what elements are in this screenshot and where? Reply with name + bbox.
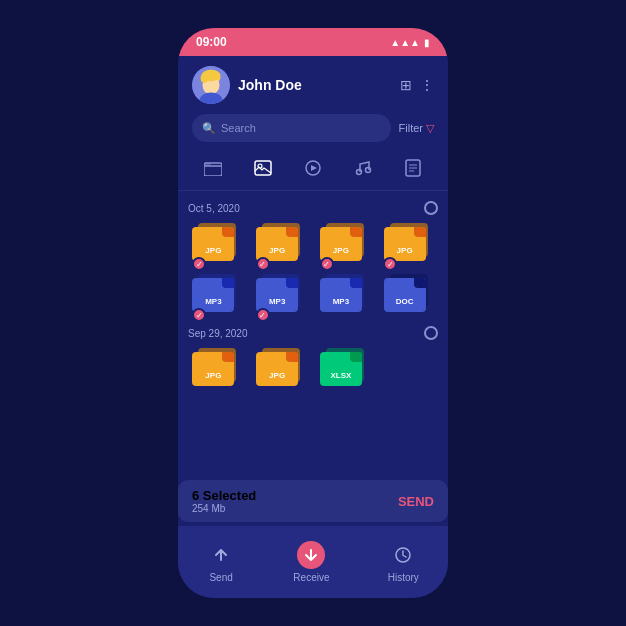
file-mp3-1[interactable]: MP3 ✓ bbox=[188, 272, 247, 318]
file-type-tabs bbox=[178, 150, 448, 191]
file-mp3-2[interactable]: MP3 ✓ bbox=[252, 272, 311, 318]
selection-bar: 6 Selected 254 Mb SEND bbox=[178, 480, 448, 522]
file-jpg-2[interactable]: JPG ✓ bbox=[252, 221, 311, 267]
status-time: 09:00 bbox=[196, 35, 227, 49]
search-row: 🔍 Search Filter ▽ bbox=[178, 110, 448, 150]
check-3: ✓ bbox=[320, 257, 334, 271]
date-section-1: Oct 5, 2020 bbox=[188, 201, 438, 215]
status-icons: ▲▲▲ ▮ bbox=[390, 37, 430, 48]
tab-folder[interactable] bbox=[197, 154, 229, 182]
search-placeholder: Search bbox=[221, 122, 256, 134]
svg-point-4 bbox=[201, 74, 209, 84]
signal-icon: ▲▲▲ bbox=[390, 37, 420, 48]
receive-nav-label: Receive bbox=[293, 572, 329, 583]
date-circle-2[interactable] bbox=[424, 326, 438, 340]
file-doc-1[interactable]: DOC bbox=[379, 272, 438, 318]
nav-receive[interactable]: Receive bbox=[293, 541, 329, 583]
date-label-1: Oct 5, 2020 bbox=[188, 203, 240, 214]
status-bar: 09:00 ▲▲▲ ▮ bbox=[178, 28, 448, 56]
tab-image[interactable] bbox=[247, 154, 279, 182]
date-section-2: Sep 29, 2020 bbox=[188, 326, 438, 340]
header: John Doe ⊞ ⋮ bbox=[178, 56, 448, 110]
screen-content: John Doe ⊞ ⋮ 🔍 Search Filter ▽ bbox=[178, 56, 448, 598]
file-xlsx-1[interactable]: XLSX bbox=[316, 346, 375, 392]
file-jpg-1[interactable]: JPG ✓ bbox=[188, 221, 247, 267]
date-label-2: Sep 29, 2020 bbox=[188, 328, 248, 339]
date-circle-1[interactable] bbox=[424, 201, 438, 215]
filter-label: Filter bbox=[399, 122, 423, 134]
filter-button[interactable]: Filter ▽ bbox=[399, 122, 434, 135]
file-mp3-3[interactable]: MP3 bbox=[316, 272, 375, 318]
phone-frame: 09:00 ▲▲▲ ▮ J bbox=[178, 28, 448, 598]
files-grid-2: JPG JPG bbox=[188, 346, 438, 392]
send-button[interactable]: SEND bbox=[398, 494, 434, 509]
file-jpg-6[interactable]: JPG bbox=[252, 346, 311, 392]
search-box[interactable]: 🔍 Search bbox=[192, 114, 391, 142]
check-2: ✓ bbox=[256, 257, 270, 271]
file-list: Oct 5, 2020 JPG ✓ bbox=[178, 191, 448, 476]
nav-send[interactable]: Send bbox=[207, 541, 235, 583]
history-nav-label: History bbox=[388, 572, 419, 583]
file-jpg-4[interactable]: JPG ✓ bbox=[379, 221, 438, 267]
bottom-nav: Send Receive History bbox=[178, 526, 448, 598]
search-icon: 🔍 bbox=[202, 122, 216, 135]
receive-nav-icon bbox=[297, 541, 325, 569]
selection-info: 6 Selected 254 Mb bbox=[192, 488, 256, 514]
check-4: ✓ bbox=[383, 257, 397, 271]
check-6: ✓ bbox=[256, 308, 270, 322]
history-nav-icon bbox=[389, 541, 417, 569]
avatar bbox=[192, 66, 230, 104]
svg-point-13 bbox=[366, 168, 371, 173]
send-nav-label: Send bbox=[209, 572, 232, 583]
nav-history[interactable]: History bbox=[388, 541, 419, 583]
header-icons: ⊞ ⋮ bbox=[400, 77, 434, 93]
check-1: ✓ bbox=[192, 257, 206, 271]
battery-icon: ▮ bbox=[424, 37, 430, 48]
username: John Doe bbox=[238, 77, 392, 93]
check-5: ✓ bbox=[192, 308, 206, 322]
file-jpg-3[interactable]: JPG ✓ bbox=[316, 221, 375, 267]
tab-music[interactable] bbox=[347, 154, 379, 182]
svg-point-12 bbox=[357, 170, 362, 175]
svg-marker-11 bbox=[311, 165, 317, 171]
file-jpg-5[interactable]: JPG bbox=[188, 346, 247, 392]
files-grid-1: JPG ✓ JPG ✓ bbox=[188, 221, 438, 318]
selected-count: 6 Selected bbox=[192, 488, 256, 503]
grid-icon[interactable]: ⊞ bbox=[400, 77, 412, 93]
filter-icon: ▽ bbox=[426, 122, 434, 135]
tab-video[interactable] bbox=[297, 154, 329, 182]
send-nav-icon bbox=[207, 541, 235, 569]
more-icon[interactable]: ⋮ bbox=[420, 77, 434, 93]
svg-rect-7 bbox=[204, 163, 211, 166]
tab-document[interactable] bbox=[397, 154, 429, 182]
selected-size: 254 Mb bbox=[192, 503, 256, 514]
